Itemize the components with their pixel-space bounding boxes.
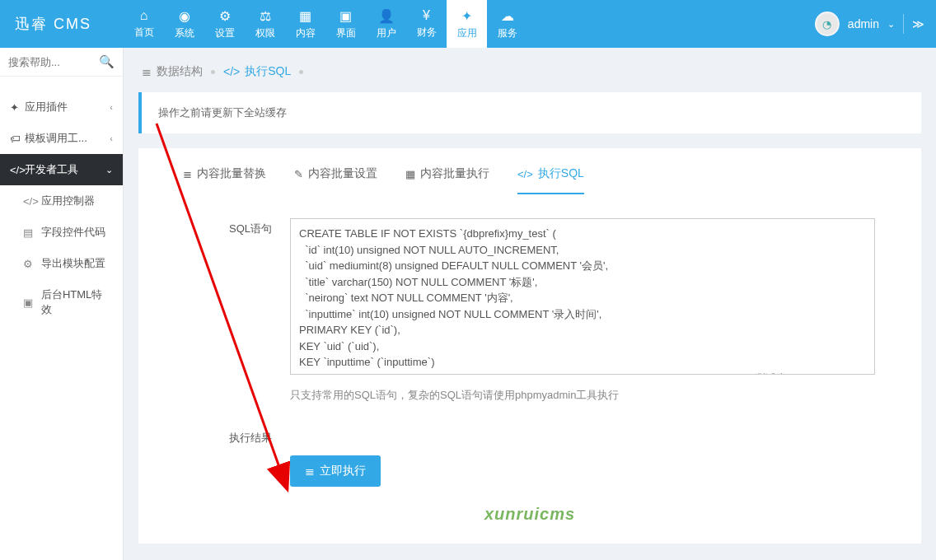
breadcrumb-execute-sql[interactable]: </>执行SQL: [223, 64, 291, 79]
code-icon: </>: [517, 168, 533, 180]
home-icon: ⌂: [140, 8, 148, 23]
topbar: 迅睿 CMS ⌂首页 ◉系统 ⚙设置 ⚖权限 ▦内容 ▣界面 👤用户 ¥财务 ✦…: [0, 0, 936, 48]
row-result: 执行结果: [158, 403, 901, 446]
gear-icon: ⚙: [23, 258, 36, 270]
panel: ≣内容批量替换 ✎内容批量设置 ▦内容批量执行 </>执行SQL SQL语句 只…: [138, 148, 921, 544]
database-icon: ≣: [305, 464, 315, 478]
layout-icon: ▣: [339, 8, 352, 24]
table-icon: ▤: [23, 226, 36, 239]
layout-icon: ▣: [23, 296, 36, 309]
database-icon: ≣: [142, 65, 152, 78]
cloud-icon: ☁: [501, 8, 514, 24]
puzzle-icon: ✦: [461, 8, 472, 24]
nav-content[interactable]: ▦内容: [285, 0, 325, 48]
sidebar-item-devtools[interactable]: </> 开发者工具 ⌄: [0, 154, 123, 185]
nav-user[interactable]: 👤用户: [366, 0, 406, 48]
alert-refresh-cache: 操作之前请更新下全站缓存: [138, 92, 921, 133]
top-right: ◔ admin ⌄ ≫: [815, 0, 936, 48]
sidebar-sub-controller[interactable]: </>应用控制器: [0, 185, 123, 217]
dot-icon: [211, 70, 215, 74]
grid-icon: ▦: [299, 8, 311, 24]
yen-icon: ¥: [423, 8, 430, 23]
sql-hint: 只支持常用的SQL语句，复杂的SQL语句请使用phpmyadmin工具执行: [290, 388, 901, 403]
chevron-down-icon[interactable]: ⌄: [887, 19, 895, 30]
nav-interface[interactable]: ▣界面: [325, 0, 366, 48]
code-icon: </>: [23, 195, 36, 208]
nav-permission[interactable]: ⚖权限: [245, 0, 285, 48]
user-icon: 👤: [378, 8, 395, 24]
list-icon: ≣: [183, 168, 192, 180]
chevron-left-icon: ‹: [110, 102, 113, 112]
tab-execute-sql[interactable]: </>执行SQL: [517, 166, 584, 194]
watermark: xunruicms: [158, 505, 901, 524]
globe-icon: ◉: [179, 8, 190, 24]
edit-icon: ✎: [294, 168, 303, 180]
tabs: ≣内容批量替换 ✎内容批量设置 ▦内容批量执行 </>执行SQL: [158, 148, 901, 195]
dot-icon: [299, 70, 303, 74]
tab-batch-replace[interactable]: ≣内容批量替换: [183, 166, 266, 194]
sidebar-sub-export[interactable]: ⚙导出模块配置: [0, 248, 123, 279]
search-input[interactable]: [8, 56, 99, 68]
grid-icon: ▦: [405, 168, 415, 180]
code-icon: </>: [10, 164, 25, 176]
label-sql: SQL语句: [158, 218, 290, 403]
nav-service[interactable]: ☁服务: [487, 0, 527, 48]
divider: [903, 14, 904, 34]
chevron-left-icon: ‹: [110, 133, 113, 143]
balance-icon: ⚖: [260, 8, 271, 24]
topnav: ⌂首页 ◉系统 ⚙设置 ⚖权限 ▦内容 ▣界面 👤用户 ¥财务 ✦应用 ☁服务: [124, 0, 527, 48]
nav-settings[interactable]: ⚙设置: [204, 0, 245, 48]
sidebar-search[interactable]: 🔍: [0, 48, 123, 77]
nav-home[interactable]: ⌂首页: [124, 0, 164, 48]
gears-icon: ⚙: [219, 8, 231, 24]
puzzle-icon: ✦: [10, 101, 25, 114]
sidebar: 🔍 ✦ 应用插件 ‹ 🏷 模板调用工... ‹ </> 开发者工具 ⌄ </>应…: [0, 48, 124, 560]
expand-icon[interactable]: ≫: [912, 17, 924, 30]
sidebar-sub-htmlfx[interactable]: ▣后台HTML特效: [0, 279, 123, 325]
code-icon: </>: [223, 65, 240, 78]
content: ≣数据结构 </>执行SQL 操作之前请更新下全站缓存 ≣内容批量替换 ✎内容批…: [124, 48, 936, 560]
nav-app[interactable]: ✦应用: [447, 0, 487, 48]
sidebar-item-template[interactable]: 🏷 模板调用工... ‹: [0, 123, 123, 154]
label-result: 执行结果: [158, 427, 290, 446]
chevron-down-icon: ⌄: [105, 165, 113, 175]
breadcrumb: ≣数据结构 </>执行SQL: [138, 59, 921, 92]
search-icon[interactable]: 🔍: [99, 54, 115, 69]
logo: 迅睿 CMS: [0, 0, 124, 48]
tag-icon: 🏷: [10, 133, 25, 145]
nav-finance[interactable]: ¥财务: [406, 0, 447, 48]
breadcrumb-data-structure[interactable]: ≣数据结构: [142, 64, 203, 79]
sidebar-item-plugins[interactable]: ✦ 应用插件 ‹: [0, 91, 123, 123]
row-sql: SQL语句 只支持常用的SQL语句，复杂的SQL语句请使用phpmyadmin工…: [158, 195, 901, 403]
sidebar-sub-fieldcode[interactable]: ▤字段控件代码: [0, 217, 123, 248]
avatar[interactable]: ◔: [815, 12, 840, 36]
nav-system[interactable]: ◉系统: [164, 0, 204, 48]
sql-textarea[interactable]: [290, 218, 875, 375]
tab-batch-set[interactable]: ✎内容批量设置: [294, 166, 377, 194]
execute-button[interactable]: ≣ 立即执行: [290, 455, 381, 487]
tab-batch-exec[interactable]: ▦内容批量执行: [405, 166, 489, 194]
username[interactable]: admin: [848, 17, 879, 30]
